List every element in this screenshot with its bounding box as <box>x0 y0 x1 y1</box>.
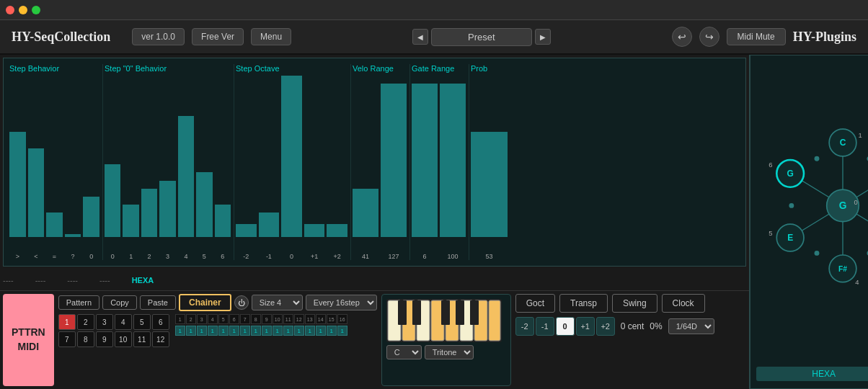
copy-button[interactable]: Copy <box>102 295 137 310</box>
pattern-button[interactable]: Pattern <box>58 295 99 310</box>
paste-button[interactable]: Paste <box>140 295 176 310</box>
semitone-zero[interactable]: 0 <box>556 317 575 336</box>
free-ver-btn[interactable]: Free Ver <box>192 28 244 45</box>
key-selectors: CC#D TritoneMajorMinor <box>386 345 506 359</box>
menu-btn[interactable]: Menu <box>251 28 291 45</box>
semitone-plus1[interactable]: +1 <box>576 317 595 336</box>
num-btn-2[interactable]: 2 <box>77 314 94 330</box>
minimize-button[interactable] <box>19 6 27 14</box>
step-behavior-group: Step Behavior > < = ? 0 <box>9 64 103 260</box>
gate-range-group: Gate Range 6 100 <box>412 64 469 260</box>
bar[interactable] <box>105 164 120 237</box>
tab-2[interactable]: ---- <box>35 276 46 285</box>
step-val[interactable]: 1 <box>240 326 250 336</box>
bar[interactable] <box>236 224 257 237</box>
tab-1[interactable]: ---- <box>3 276 14 285</box>
bar[interactable] <box>412 84 438 237</box>
step-val[interactable]: 1 <box>186 326 196 336</box>
bar[interactable] <box>65 234 81 237</box>
clock-select[interactable]: 1/64D 1/32 1/16 <box>668 318 714 334</box>
step-val[interactable]: 1 <box>294 326 304 336</box>
step-val[interactable]: 1 <box>175 326 185 336</box>
bar[interactable] <box>440 84 466 237</box>
bar[interactable] <box>123 205 138 237</box>
step-val[interactable]: 1 <box>229 326 239 336</box>
step-num: 4 <box>208 314 218 324</box>
bar-label: 100 <box>440 253 466 260</box>
clock-button[interactable]: Clock <box>662 294 705 313</box>
step-val[interactable]: 1 <box>316 326 326 336</box>
semitone-minus2[interactable]: -2 <box>515 317 534 336</box>
preset-next-btn[interactable]: ▶ <box>535 29 551 45</box>
bar[interactable] <box>141 189 157 237</box>
number-row-1: 1 2 3 4 5 6 <box>58 314 169 330</box>
swing-button[interactable]: Swing <box>612 294 657 313</box>
semitone-cent-row: -2 -1 0 +1 +2 0 cent 0% 1/64D 1/32 1/16 <box>515 317 746 336</box>
bar[interactable] <box>159 181 175 237</box>
num-btn-7[interactable]: 7 <box>58 331 76 347</box>
prob-labels: 53 <box>471 253 508 260</box>
bar[interactable] <box>327 224 347 237</box>
chainer-button[interactable]: Chainer <box>179 294 231 311</box>
bar-label: 0 <box>281 253 302 260</box>
step-val[interactable]: 1 <box>283 326 293 336</box>
bar[interactable] <box>471 132 508 237</box>
num-btn-9[interactable]: 9 <box>96 331 113 347</box>
size-select[interactable]: Size 4 Size 8 Size 16 <box>252 295 303 310</box>
maximize-button[interactable] <box>32 6 40 14</box>
velo-range-chart <box>353 76 407 251</box>
semitone-minus1[interactable]: -1 <box>536 317 554 336</box>
every-select[interactable]: Every 16step Every 8step <box>306 295 377 310</box>
bar[interactable] <box>281 76 302 237</box>
close-button[interactable] <box>6 6 14 14</box>
step-val[interactable]: 1 <box>262 326 272 336</box>
bar[interactable] <box>215 205 231 237</box>
midi-mute-btn[interactable]: Midi Mute <box>727 28 786 45</box>
bar[interactable] <box>28 148 45 237</box>
step-val[interactable]: 1 <box>273 326 283 336</box>
bar[interactable] <box>9 132 26 237</box>
step-val[interactable]: 1 <box>305 326 315 336</box>
preset-prev-btn[interactable]: ◀ <box>412 29 428 45</box>
transp-button[interactable]: Transp <box>559 294 608 313</box>
step-val[interactable]: 1 <box>208 326 218 336</box>
semitone-plus2[interactable]: +2 <box>596 317 615 336</box>
num-btn-12[interactable]: 12 <box>152 331 169 347</box>
version-btn[interactable]: ver 1.0.0 <box>132 28 185 45</box>
bar[interactable] <box>196 172 212 237</box>
bar[interactable] <box>304 224 325 237</box>
goct-button[interactable]: Goct <box>515 294 555 313</box>
step-num: 13 <box>305 314 315 324</box>
key-note-select[interactable]: CC#D <box>386 345 422 359</box>
num-btn-1[interactable]: 1 <box>58 314 76 330</box>
num-btn-10[interactable]: 10 <box>115 331 132 347</box>
tab-4[interactable]: ---- <box>99 276 110 285</box>
step-val[interactable]: 1 <box>251 326 261 336</box>
step-val[interactable]: 1 <box>218 326 229 336</box>
svg-text:E: E <box>787 233 793 243</box>
key-scale-select[interactable]: TritoneMajorMinor <box>425 345 474 359</box>
num-btn-3[interactable]: 3 <box>96 314 113 330</box>
bar[interactable] <box>83 197 99 237</box>
bar[interactable] <box>381 84 407 237</box>
num-btn-6[interactable]: 6 <box>152 314 169 330</box>
undo-btn[interactable]: ↩ <box>672 27 692 47</box>
power-button[interactable]: ⏻ <box>234 295 249 310</box>
step0-behavior-chart <box>105 76 231 251</box>
preset-btn[interactable]: Preset <box>431 28 532 46</box>
bar[interactable] <box>259 213 280 237</box>
bar[interactable] <box>46 213 63 237</box>
step-val[interactable]: 1 <box>337 326 347 336</box>
num-btn-8[interactable]: 8 <box>77 331 94 347</box>
hexa-tab[interactable]: HEXA <box>756 367 868 381</box>
tab-hexa[interactable]: HEXA <box>132 276 154 285</box>
num-btn-5[interactable]: 5 <box>133 314 151 330</box>
tab-3[interactable]: ---- <box>67 276 78 285</box>
step-val[interactable]: 1 <box>197 326 207 336</box>
step-val[interactable]: 1 <box>327 326 337 336</box>
bar[interactable] <box>178 116 194 237</box>
num-btn-4[interactable]: 4 <box>115 314 132 330</box>
num-btn-11[interactable]: 11 <box>133 331 151 347</box>
redo-btn[interactable]: ↪ <box>699 27 719 47</box>
bar[interactable] <box>353 189 378 237</box>
